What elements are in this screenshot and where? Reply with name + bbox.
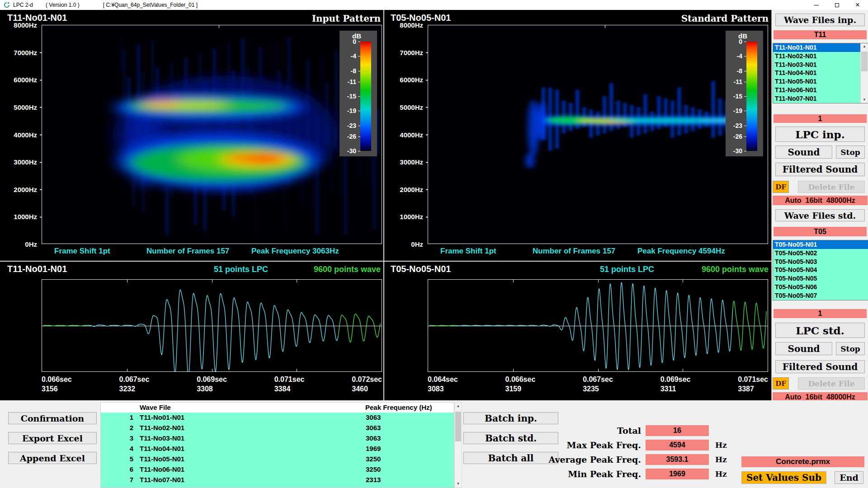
db-tick-label: -11 (734, 78, 742, 85)
row-peak-frequency: 3250 (366, 455, 381, 463)
row-wave-file: T11-No04-N01 (140, 445, 184, 452)
sample-label: 3387 (738, 385, 768, 393)
db-tick-label: -23 (733, 122, 742, 129)
list-item[interactable]: T05-No05-N01 (773, 240, 868, 249)
end-button[interactable]: End (835, 471, 863, 484)
db-tick-label: -15 (733, 93, 742, 100)
table-row[interactable]: 4 T11-No04-N01 1969 (101, 444, 454, 454)
export-excel-button[interactable]: Export Excel (8, 432, 97, 444)
batch-inp-button[interactable]: Batch inp. (463, 412, 558, 424)
y-axis-label: 2000Hz (400, 185, 423, 193)
delete-file-inp-button: Delete File (798, 181, 865, 193)
sound-std-button[interactable]: Sound (775, 342, 832, 355)
spec-input-footer: Frame Shift 1pt Number of Frames 157 Pea… (42, 247, 382, 258)
filtered-sound-std-button[interactable]: Filtered Sound (775, 360, 865, 373)
frame-shift-label: Frame Shift 1pt (54, 247, 110, 256)
spectrogram-panel-input: T11-No01-N01 Input Pattern 8000Hz7000Hz6… (0, 10, 383, 261)
stop-std-button[interactable]: Stop (836, 342, 865, 355)
main-content: T11-No01-N01 Input Pattern 8000Hz7000Hz6… (0, 10, 868, 488)
peak-frequency-label: Peak Frequency 3063Hz (251, 247, 339, 256)
stat-value: 1969 (646, 469, 709, 479)
wave-points-label: 9600 points wave (702, 265, 769, 274)
time-label: 0.069sec (197, 375, 227, 384)
time-label: 0.066sec (42, 375, 72, 384)
list-item[interactable]: T11-No06-N01 (773, 86, 860, 94)
list-item[interactable]: T05-No05-N02 (773, 249, 868, 258)
wave-input-plot[interactable] (42, 279, 382, 372)
close-button[interactable]: × (847, 0, 868, 10)
x-axis-label: 0.071sec 3387 (738, 375, 768, 393)
table-row[interactable]: 1 T11-No01-N01 3063 (101, 413, 454, 423)
table-row[interactable]: 6 T11-No06-N01 3250 (101, 465, 454, 475)
table-row[interactable]: 2 T11-No02-N01 3063 (101, 423, 454, 433)
waveform-standard-trace (428, 280, 768, 371)
wave-files-inp-button[interactable]: Wave Files inp. (775, 14, 865, 26)
spec-std-plot[interactable]: dB 0-4-8-11-15-19-23-26-30 (428, 25, 768, 244)
lpc-points-label: 51 points LPC (214, 265, 268, 274)
list-item[interactable]: T11-No07-N01 (773, 94, 860, 103)
list-item[interactable]: T11-No02-N01 (773, 52, 860, 61)
y-axis-label: 7000Hz (400, 48, 423, 56)
scrollbar-thumb[interactable] (455, 412, 461, 441)
list-scrollbar[interactable]: ▲ ▼ (860, 43, 868, 103)
wave-file-list-inp[interactable]: ▲ ▼ T11-No01-N01T11-No02-N01T11-No03-N01… (773, 43, 868, 103)
table-row[interactable]: 7 T11-No07-N01 2313 (101, 475, 454, 485)
scroll-up-icon[interactable]: ▲ (861, 43, 868, 50)
db-tick-label: -26 (347, 133, 356, 140)
row-peak-frequency: 3063 (366, 434, 381, 442)
file-number-std[interactable]: 1 (774, 309, 867, 318)
df-inp-button[interactable]: DF (773, 181, 789, 193)
y-axis-label: 1000Hz (400, 213, 423, 221)
append-excel-button[interactable]: Append Excel (8, 452, 97, 464)
sound-inp-button[interactable]: Sound (775, 145, 832, 159)
wave-file-list-std[interactable]: T05-No05-N01T05-No05-N02T05-No05-N03T05-… (773, 240, 868, 300)
app-window: LPC 2-d ( Version 1.0 ) [ C:¥Quan_64p_Se… (0, 0, 868, 488)
stat-label: Min Peak Freq. (520, 469, 641, 479)
stat-unit: Hz (715, 455, 727, 464)
stop-inp-button[interactable]: Stop (836, 145, 865, 159)
wave-std-plot[interactable] (428, 279, 768, 372)
file-number-inp[interactable]: 1 (774, 114, 867, 123)
db-tick-label: 0 (353, 38, 356, 45)
table-row[interactable]: 5 T11-No05-N01 3250 (101, 454, 454, 465)
row-peak-frequency: 3063 (366, 413, 381, 421)
list-item[interactable]: T11-No05-N01 (773, 77, 860, 86)
scrollbar-thumb[interactable] (861, 52, 868, 71)
scroll-up-icon[interactable]: ▲ (455, 403, 462, 409)
stat-unit: Hz (715, 469, 727, 479)
sample-label: 3384 (274, 385, 305, 393)
db-colorbar (746, 42, 757, 151)
wave-files-std-button[interactable]: Wave Files std. (775, 209, 865, 221)
confirmation-button[interactable]: Confirmation (8, 412, 97, 424)
scroll-down-icon[interactable]: ▼ (861, 97, 868, 103)
list-item[interactable]: T05-No05-N05 (773, 274, 868, 283)
list-item[interactable]: T05-No05-N06 (773, 283, 868, 291)
filtered-sound-inp-button[interactable]: Filtered Sound (775, 163, 865, 176)
table-body: 1 T11-No01-N01 3063 2 T11-No02-N01 3063 … (101, 413, 454, 485)
set-values-sub-button[interactable]: Set Values Sub (741, 471, 826, 484)
list-item[interactable]: T11-No04-N01 (773, 69, 860, 77)
time-label: 0.067sec (583, 375, 613, 384)
scroll-down-icon[interactable]: ▼ (455, 481, 462, 487)
db-tick-label: -23 (347, 122, 356, 129)
list-item[interactable]: T11-No03-N01 (773, 61, 860, 69)
minimize-button[interactable] (806, 0, 826, 10)
row-peak-frequency: 3063 (366, 424, 381, 432)
y-axis-label: 0Hz (411, 240, 423, 248)
table-scrollbar[interactable]: ▲ ▼ (454, 402, 462, 488)
list-item[interactable]: T11-No01-N01 (773, 43, 860, 52)
num-frames-label: Number of Frames 157 (533, 247, 615, 256)
list-item[interactable]: T05-No05-N03 (773, 258, 868, 266)
list-item[interactable]: T05-No05-N07 (773, 291, 868, 300)
lpc-inp-button[interactable]: LPC inp. (775, 127, 865, 142)
df-std-button[interactable]: DF (773, 377, 789, 389)
y-axis-label: 6000Hz (400, 76, 423, 84)
lpc-std-button[interactable]: LPC std. (775, 323, 865, 338)
spec-input-plot[interactable]: dB 0-4-8-11-15-19-23-26-30 (42, 25, 382, 244)
table-row[interactable]: 3 T11-No03-N01 3063 (101, 433, 454, 444)
stat-row: Total 16 (520, 425, 737, 436)
list-item[interactable]: T05-No05-N04 (773, 266, 868, 274)
x-axis-label: 0.072sec 3460 (352, 375, 382, 393)
restore-button[interactable] (826, 0, 847, 10)
db-tick-label: -4 (351, 52, 356, 60)
